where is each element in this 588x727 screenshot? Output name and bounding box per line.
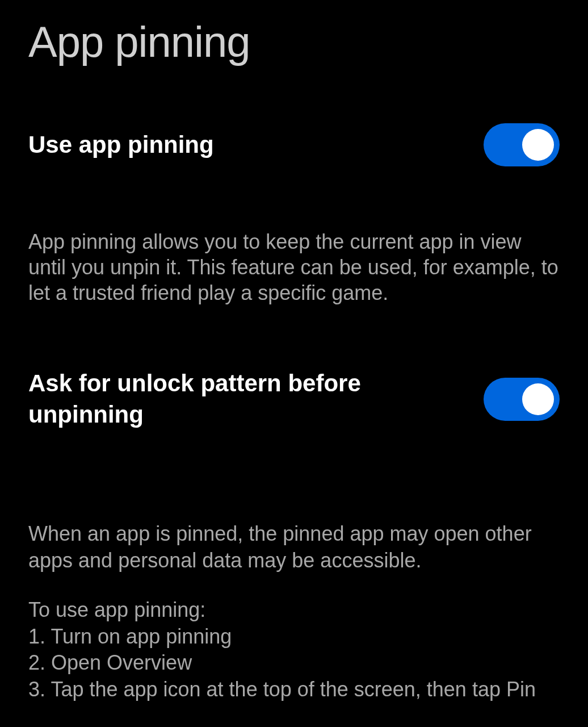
- instructions-header: To use app pinning:: [28, 597, 560, 624]
- ask-unlock-pattern-toggle[interactable]: [484, 378, 560, 421]
- info-warning: When an app is pinned, the pinned app ma…: [28, 521, 560, 574]
- use-app-pinning-row: Use app pinning: [28, 123, 560, 166]
- ask-unlock-pattern-row: Ask for unlock pattern before unpinning: [28, 368, 560, 430]
- info-section: When an app is pinned, the pinned app ma…: [28, 521, 560, 703]
- use-app-pinning-description: App pinning allows you to keep the curre…: [28, 229, 560, 306]
- instruction-step: 2. Open Overview: [28, 650, 560, 676]
- instruction-step: 3. Tap the app icon at the top of the sc…: [28, 676, 560, 703]
- page-title: App pinning: [28, 17, 560, 66]
- toggle-thumb-icon: [522, 383, 554, 415]
- toggle-thumb-icon: [522, 129, 554, 161]
- use-app-pinning-toggle[interactable]: [484, 123, 560, 166]
- instructions-list: 1. Turn on app pinning 2. Open Overview …: [28, 624, 560, 703]
- instruction-step: 1. Turn on app pinning: [28, 624, 560, 650]
- use-app-pinning-label: Use app pinning: [28, 129, 484, 161]
- ask-unlock-pattern-label: Ask for unlock pattern before unpinning: [28, 368, 484, 430]
